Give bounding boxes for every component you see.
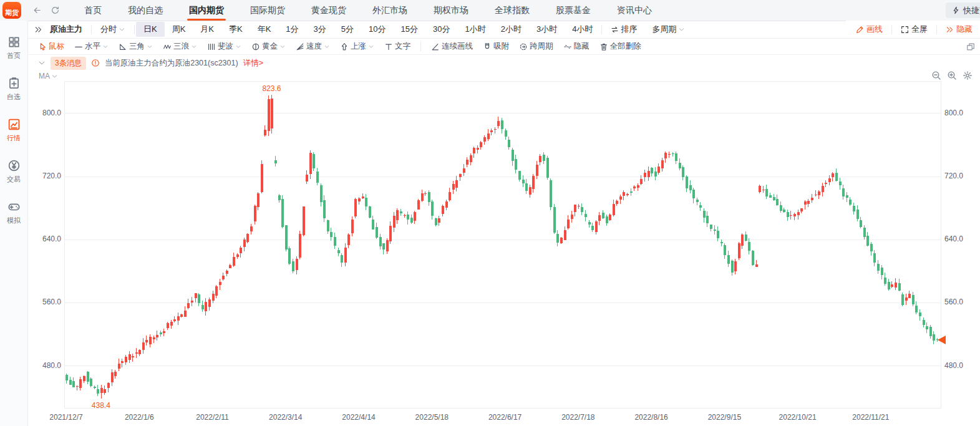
gear-icon[interactable] — [963, 70, 973, 80]
caret-down-icon — [678, 26, 685, 33]
back-arrow-icon[interactable] — [32, 6, 42, 15]
draw-tool-fibonacci[interactable]: 斐波 — [202, 41, 246, 52]
draw-tool-cross-period[interactable]: 跨周期 — [514, 41, 558, 52]
caret-down-icon — [279, 44, 286, 50]
nav-tab[interactable]: 黄金现货 — [298, 0, 359, 21]
nav-tab[interactable]: 股票基金 — [543, 0, 604, 21]
nav-tab[interactable]: 国内期货 — [176, 0, 237, 21]
sidebar-item-首页[interactable]: 首页 — [7, 36, 21, 61]
draw-tool-mouse-cursor[interactable]: 鼠标 — [33, 41, 69, 52]
symbol-label[interactable]: 原油主力 — [42, 24, 90, 35]
nav-tab[interactable]: 首页 — [71, 0, 115, 21]
x-axis-date-label: 2022/8/16 — [623, 413, 679, 422]
draw-tool-triangle[interactable]: 三角 — [114, 41, 158, 52]
hide-panel-button[interactable]: 隐藏 — [938, 24, 980, 35]
caret-down-icon — [119, 26, 125, 33]
period-button[interactable]: 2小时 — [493, 24, 529, 35]
period-button[interactable]: 5分 — [334, 24, 361, 35]
sidebar: 首页自选行情交易模拟 — [0, 21, 28, 426]
zoom-in-icon[interactable] — [947, 70, 957, 80]
drawing-toolbar: 鼠标水平三角三浪斐波黄金速度上涨文字连续画线吸附跨周期隐藏全部删除 — [28, 39, 980, 55]
speed-lines-icon — [296, 42, 304, 51]
sidebar-item-交易[interactable]: 交易 — [7, 159, 21, 184]
arrow-up-icon — [340, 42, 349, 51]
period-button[interactable]: 1分 — [278, 24, 306, 35]
y-axis-label: 560.0 — [28, 298, 61, 306]
zoom-out-icon[interactable] — [931, 70, 941, 80]
nav-tab[interactable]: 资讯中心 — [604, 0, 665, 21]
period-button[interactable]: 月K — [193, 24, 221, 35]
draw-tool-speed-lines[interactable]: 速度 — [291, 41, 335, 52]
x-axis-date-label: 2022/10/21 — [770, 413, 826, 422]
draw-line-button[interactable]: 画线 — [848, 24, 890, 35]
period-button[interactable]: 日K — [136, 22, 165, 37]
period-button[interactable]: 4小时 — [565, 24, 600, 35]
trash-icon — [599, 42, 608, 51]
period-button[interactable]: 3小时 — [529, 24, 565, 35]
y-axis-label: 480.0 — [944, 361, 963, 370]
refresh-icon[interactable] — [51, 6, 60, 15]
y-axis-label: 800.0 — [28, 109, 61, 117]
period-button[interactable]: 年K — [250, 24, 279, 35]
cascade-windows-icon[interactable] — [966, 42, 975, 51]
period-button[interactable]: 30分 — [425, 24, 457, 35]
nav-tab[interactable]: 期权市场 — [420, 0, 482, 21]
draw-tool-golden-ratio[interactable]: 黄金 — [246, 41, 291, 52]
period-button[interactable]: 季K — [221, 24, 250, 35]
draw-tool-dashes-hide[interactable]: 隐藏 — [558, 41, 594, 52]
multi-period-dropdown[interactable]: 多周期 — [644, 24, 692, 35]
chevron-down-icon[interactable] — [38, 59, 46, 67]
fullscreen-icon — [901, 26, 909, 34]
draw-tool-trash[interactable]: 全部删除 — [594, 41, 646, 52]
x-axis-date-label: 2022/7/18 — [550, 413, 606, 422]
sidebar-item-自选[interactable]: 自选 — [7, 77, 21, 102]
fullscreen-button[interactable]: 全屏 — [893, 24, 935, 35]
warning-icon — [91, 59, 100, 67]
high-price-label: 823.6 — [246, 84, 296, 93]
sort-button[interactable]: 排序 — [603, 24, 644, 35]
period-button[interactable]: 1小时 — [457, 24, 493, 35]
sidebar-item-行情[interactable]: 行情 — [7, 118, 21, 143]
message-count-badge[interactable]: 3条消息 — [51, 57, 86, 70]
period-button[interactable]: 周K — [165, 24, 193, 35]
sort-icon — [611, 26, 619, 34]
x-axis-date-label: 2022/11/21 — [843, 413, 899, 422]
fibonacci-icon — [207, 42, 216, 51]
angle-line-icon — [431, 42, 440, 51]
collapse-panel-icon[interactable] — [34, 26, 42, 34]
caret-down-icon — [368, 44, 374, 50]
caret-down-icon — [51, 73, 58, 80]
yen-circle-icon — [7, 159, 21, 172]
draw-tool-arrow-up[interactable]: 上涨 — [335, 41, 379, 52]
x-axis-date-label: 2022/4/14 — [331, 413, 387, 422]
x-axis-date-label: 2022/3/14 — [258, 413, 314, 422]
caret-down-icon — [147, 44, 153, 50]
gamepad-icon — [7, 200, 21, 213]
draw-tool-magnet[interactable]: 吸附 — [478, 41, 514, 52]
draw-tool-horizontal-line[interactable]: 水平 — [69, 41, 114, 52]
period-button[interactable]: 10分 — [361, 24, 393, 35]
period-button[interactable]: 3分 — [306, 24, 334, 35]
message-detail-link[interactable]: 详情> — [243, 58, 263, 69]
time-share-dropdown[interactable]: 分时 — [93, 24, 133, 35]
ma-indicator-dropdown[interactable]: MA — [39, 72, 58, 80]
nav-tab[interactable]: 外汇市场 — [359, 0, 420, 21]
quick-trade-label: 快捷交易 — [963, 5, 980, 16]
x-axis-date-label: 2022/6/17 — [477, 413, 533, 422]
nav-tab[interactable]: 全球指数 — [482, 0, 543, 21]
nav-tab[interactable]: 我的自选 — [115, 0, 176, 21]
draw-tool-three-waves[interactable]: 三浪 — [158, 41, 202, 52]
y-axis-label: 640.0 — [944, 235, 963, 243]
period-button[interactable]: 15分 — [394, 24, 425, 35]
x-axis-date-label: 2022/1/6 — [111, 413, 167, 422]
candlestick-chart[interactable] — [64, 81, 941, 411]
sidebar-item-模拟[interactable]: 模拟 — [7, 200, 21, 225]
y-axis-label: 800.0 — [944, 109, 963, 117]
message-text: 当前原油主力合约为原油2301(sc2301) — [105, 58, 238, 69]
nav-tab[interactable]: 国际期货 — [237, 0, 298, 21]
quick-trade-button[interactable]: 快捷交易 — [946, 2, 980, 18]
draw-tool-text[interactable]: 文字 — [379, 41, 415, 52]
low-price-label: 438.4 — [76, 401, 126, 410]
draw-tool-angle-line[interactable]: 连续画线 — [426, 41, 478, 52]
magnet-icon — [483, 42, 492, 51]
